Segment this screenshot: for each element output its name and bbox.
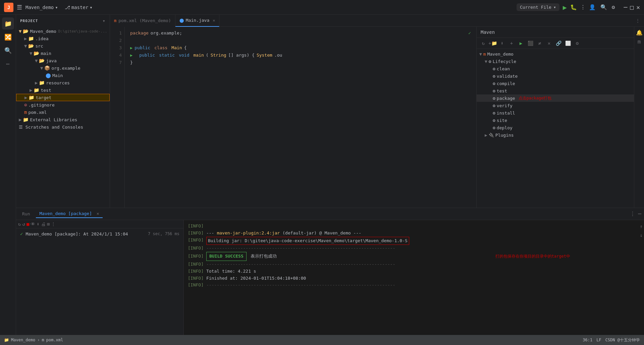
tree-item-gitignore[interactable]: ⊙ .gitignore — [16, 101, 110, 109]
run-config-selector[interactable]: Current File ▾ — [517, 3, 559, 11]
tree-item-ext-libs[interactable]: ▶ 📁 External Libraries — [16, 116, 110, 123]
maven-open-settings-button[interactable]: 🔗 — [554, 39, 562, 47]
run-arrow-icon-2[interactable]: ▶ — [130, 52, 132, 59]
external-link[interactable]: CSDN @十五分钟学 — [605, 337, 640, 343]
activity-more-icon[interactable]: ⋯ — [2, 58, 14, 70]
maven-run-debug-button[interactable]: ⬛ — [526, 39, 534, 47]
maven-run-button[interactable]: ▶ — [517, 39, 525, 47]
statusbar-project[interactable]: Maven_demo — [11, 338, 35, 342]
scroll-to-bottom-icon[interactable]: ⇓ — [640, 231, 643, 239]
tree-item-resources[interactable]: ▶ 📁 resources — [16, 79, 110, 86]
hamburger-menu-button[interactable]: ☰ — [17, 4, 22, 11]
building-jar-box: Building jar: D:\gitee\java-code-exercis… — [206, 237, 409, 245]
console-output[interactable]: ⇑ ⇓ [INFO] [INFO] --- maven-jar-plugin:2… — [184, 220, 644, 335]
maven-project-root[interactable]: ▼ m Maven_demo — [477, 50, 634, 58]
tree-item-label: pom.xml — [28, 110, 47, 115]
tree-item-src[interactable]: ▼ 📂 src — [16, 42, 110, 50]
more-actions-button[interactable]: ⋮ — [580, 4, 586, 10]
maximize-button[interactable]: □ — [630, 4, 634, 11]
maven-clean[interactable]: ⚙ clean — [477, 65, 634, 72]
maven-package-hint: 点击package打包 — [519, 95, 552, 101]
tree-item-target[interactable]: ▶ 📁 target — [16, 94, 110, 101]
notification-icon[interactable]: 🔔 — [636, 29, 643, 36]
bottom-tab-maven-package[interactable]: Maven_demo [package] ✕ — [36, 210, 102, 218]
minimize-button[interactable]: ─ — [624, 4, 627, 11]
terminal-icon[interactable]: m — [638, 39, 641, 45]
tree-item-java[interactable]: ▼ 📂 java — [16, 57, 110, 64]
stop-button[interactable]: ■ — [26, 221, 29, 227]
debug-button[interactable]: 🐛 — [570, 4, 577, 10]
maven-lifecycle-group[interactable]: ▼ ⚙ Lifecycle — [477, 58, 634, 65]
scroll-end-button[interactable]: ⬇ — [37, 221, 39, 227]
branch-icon: ⎇ — [65, 5, 70, 10]
maven-goal-label: validate — [497, 74, 518, 79]
maven-add-button[interactable]: + — [507, 39, 516, 47]
tree-item-main-java[interactable]: ⬤ Main — [16, 72, 110, 79]
bottom-tab-close-icon[interactable]: ✕ — [97, 211, 99, 216]
maven-deploy[interactable]: ⚙ deploy — [477, 124, 634, 131]
rerun-button[interactable]: ↻ — [18, 221, 21, 227]
folder-icon: 📂 — [39, 58, 45, 63]
maven-verify[interactable]: ⚙ verify — [477, 102, 634, 109]
maven-install[interactable]: ⚙ install — [477, 109, 634, 117]
scroll-to-top-icon[interactable]: ⇑ — [640, 223, 643, 230]
maven-plugins-group[interactable]: ▶ 🔌 Plugins — [477, 131, 634, 139]
string-array-type: String — [211, 52, 226, 59]
branch-selector[interactable]: ⎇ master ▾ — [65, 5, 93, 10]
maven-cancel-button[interactable]: ✕ — [545, 39, 553, 47]
bottom-tab-run[interactable]: Run — [19, 210, 33, 218]
maven-test[interactable]: ⚙ test — [477, 87, 634, 94]
sidebar-header: Project ▾ — [16, 15, 110, 27]
tree-item-main[interactable]: ▼ 📂 main — [16, 50, 110, 57]
maven-skip-test-button[interactable]: ≠ — [536, 39, 544, 47]
tree-item-idea[interactable]: ▶ 📁 .idea — [16, 35, 110, 42]
activity-vcs-icon[interactable]: 🔀 — [2, 31, 14, 43]
tree-item-maven-demo[interactable]: ▼ 📂 Maven_demo D:\gitee\java-code-... — [16, 27, 110, 35]
maven-collapse-button[interactable]: ⬜ — [564, 39, 572, 47]
settings-icon[interactable]: ⚙ — [612, 4, 615, 10]
search-icon[interactable]: 🔍 — [600, 4, 607, 10]
project-title: Maven_demo — [25, 5, 54, 10]
maven-download-button[interactable]: ⬇ — [498, 39, 506, 47]
bottom-minimize-button[interactable]: ─ — [638, 211, 641, 217]
close-button[interactable]: ✕ — [636, 4, 640, 11]
maven-compile[interactable]: ⚙ compile — [477, 80, 634, 87]
maven-reload-button[interactable]: ↻ — [479, 39, 487, 47]
console-dash: --- — [206, 230, 214, 237]
keyword-package: package — [130, 29, 149, 37]
layout-button[interactable]: ⊞ — [47, 221, 50, 227]
tree-item-test[interactable]: ▶ 📁 test — [16, 86, 110, 94]
maven-add-project-button[interactable]: +📁 — [489, 39, 497, 47]
more-run-button[interactable]: ⋮ — [51, 221, 56, 227]
tree-item-org-example[interactable]: ▼ 📦 org.example — [16, 64, 110, 72]
project-name-dropdown[interactable]: Maven_demo ▾ — [25, 5, 58, 10]
maven-settings-button[interactable]: ⚙ — [573, 39, 581, 47]
rerun-failed-button[interactable]: ↺ — [22, 221, 25, 227]
tabs-more-button[interactable]: ⋮ — [632, 18, 644, 23]
goal-icon: ⚙ — [493, 81, 495, 86]
line-ending[interactable]: LF — [596, 338, 601, 342]
statusbar-filename[interactable]: pom.xml — [46, 338, 63, 342]
console-line-building: [INFO] Building jar: D:\gitee\java-code-… — [188, 237, 640, 245]
tab-main-java[interactable]: ⬤ Main.java ✕ — [175, 15, 220, 27]
maven-site[interactable]: ⚙ site — [477, 117, 634, 124]
app-logo: J — [4, 3, 13, 12]
activity-search-icon[interactable]: 🔍 — [2, 44, 14, 56]
activity-project-icon[interactable]: 📁 — [2, 17, 14, 29]
folder-open-icon: ▼ — [19, 28, 21, 34]
closing-brace: } — [130, 59, 133, 66]
maven-validate[interactable]: ⚙ validate — [477, 72, 634, 80]
run-button[interactable]: ▶ — [563, 3, 567, 11]
show-output-button[interactable]: 👁 — [31, 221, 35, 227]
account-icon[interactable]: 👤 — [589, 4, 596, 10]
print-button[interactable]: 🖨 — [41, 221, 46, 227]
maven-package[interactable]: ⚙ package 点击package打包 — [477, 94, 634, 102]
tab-pom-xml[interactable]: m pom.xml (Maven_demo) — [110, 15, 175, 27]
run-config-label: Current File — [520, 5, 551, 10]
tab-close-button[interactable]: ✕ — [213, 18, 215, 23]
run-arrow-icon[interactable]: ▶ — [130, 45, 132, 51]
tree-item-pom-xml[interactable]: m pom.xml — [16, 109, 110, 116]
bottom-more-button[interactable]: ⋮ — [630, 211, 635, 217]
cursor-position[interactable]: 36:1 — [583, 338, 592, 342]
tree-item-scratches[interactable]: ☰ Scratches and Consoles — [16, 123, 110, 131]
